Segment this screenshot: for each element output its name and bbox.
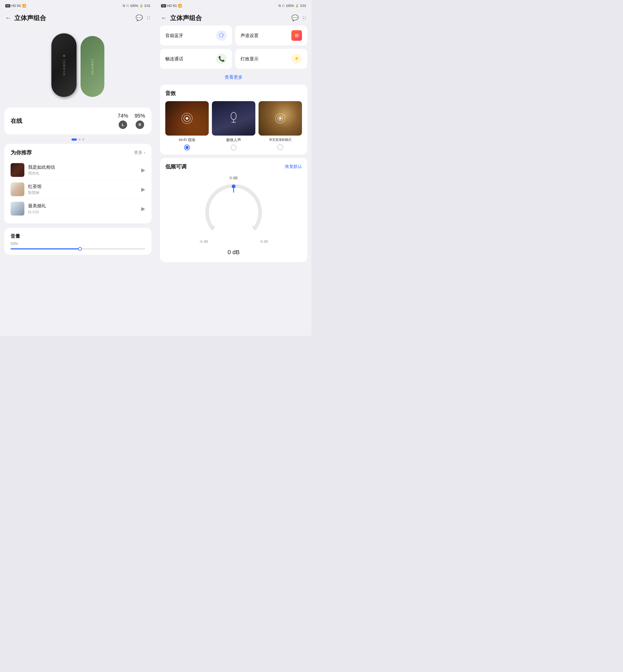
sound-effects-section: 音效 Hi-Fi 现场: [160, 85, 307, 155]
bass-value: 0 dB: [228, 249, 239, 256]
sound-title: 音效: [165, 90, 302, 97]
quick-light[interactable]: 灯效显示 ☀: [235, 49, 307, 69]
channel-icon-btn: ⊞: [291, 30, 302, 41]
song-thumb-3: [10, 202, 24, 216]
hd-badge: HD: [5, 4, 10, 7]
song-thumb-1: [10, 163, 24, 177]
vocal-name: 极致人声: [226, 138, 241, 143]
svg-point-3: [231, 112, 236, 120]
more-icon-left[interactable]: ∷: [147, 15, 150, 21]
status-left-right: HD HD 5G 📶: [161, 4, 182, 8]
bass-dial[interactable]: [205, 183, 263, 242]
bluetooth-symbol: ⚆: [219, 32, 224, 39]
speaker-image-area: HUAWEI HUAWEI: [0, 25, 156, 108]
call-icon-btn: 📞: [216, 54, 227, 64]
bass-db-top: 0 dB: [230, 176, 238, 180]
song-item-1[interactable]: 我是如此相信 周杰伦 ▶: [10, 160, 145, 180]
nfc-icon: N: [123, 4, 125, 8]
status-right: N ⚇ 100% 🔋 3:01: [123, 4, 150, 8]
song-artist-3: 白小白: [28, 210, 141, 214]
song-info-3: 最美婚礼 白小白: [28, 203, 141, 214]
right-badge: R: [136, 120, 144, 129]
status-right-r: N ⚇ 100% 🔋 3:01: [278, 4, 306, 8]
play-btn-2[interactable]: ▶: [141, 186, 145, 192]
devialet-icon: D: [259, 101, 302, 135]
page-dots: [0, 139, 156, 141]
song-artist-2: 陈慧娴: [28, 190, 141, 195]
dot-2[interactable]: [79, 139, 81, 141]
song-thumb-2: [10, 182, 24, 196]
vocal-radio[interactable]: [231, 145, 237, 150]
bass-section: 低频可调 恢复默认 0 dB: [160, 158, 307, 262]
recommendations-header: 为你推荐 更多 ›: [10, 149, 145, 156]
song-name-1: 我是如此相信: [28, 164, 141, 170]
play-btn-3[interactable]: ▶: [141, 206, 145, 212]
bass-title: 低频可调: [165, 163, 186, 170]
back-button-left[interactable]: ←: [5, 14, 11, 22]
effect-devialet[interactable]: D 帝瓦雷亲听模式: [259, 101, 302, 150]
time-display: 3:01: [144, 4, 150, 8]
effect-vocal[interactable]: 极致人声: [212, 101, 255, 150]
call-label: 畅连通话: [165, 56, 183, 62]
bass-reset-btn[interactable]: 恢复默认: [285, 164, 302, 170]
play-btn-1[interactable]: ▶: [141, 167, 145, 173]
speaker-green: HUAWEI: [81, 36, 105, 97]
left-panel: HD HD 5G 📶 N ⚇ 100% 🔋 3:01 ← 立体声组合 💬 ∷ H…: [0, 0, 156, 336]
hifi-icon: [165, 101, 209, 135]
see-more-btn[interactable]: 更多 ›: [134, 150, 145, 155]
nav-icons-right: 💬 ∷: [291, 14, 306, 22]
chat-icon-left[interactable]: 💬: [136, 14, 143, 22]
back-button-right[interactable]: ←: [161, 14, 167, 22]
hifi-radio[interactable]: [184, 145, 190, 150]
see-more-link[interactable]: 查看更多: [156, 72, 312, 85]
vocal-icon: [212, 101, 255, 135]
recommendations-title: 为你推荐: [10, 149, 32, 156]
quick-settings-grid: 音箱蓝牙 ⚆ 声道设置 ⊞ 畅连通话 📞 灯效显示 ☀: [160, 25, 307, 69]
song-name-2: 红茶馆: [28, 183, 141, 190]
volume-slider[interactable]: [10, 248, 145, 249]
left-badge: L: [119, 120, 127, 129]
bass-dial-container: 0 dB -6 dB 6 dB: [165, 176, 302, 256]
light-label: 灯效显示: [240, 56, 259, 62]
sound-effects-row: Hi-Fi 现场 极致人声: [165, 101, 302, 150]
top-nav-right: ← 立体声组合 💬 ∷: [156, 12, 312, 25]
battery-info: 74% L 95% R: [118, 113, 145, 129]
speaker-green-label: HUAWEI: [91, 58, 94, 75]
devialet-thumb: D: [259, 101, 302, 135]
recommendations-card: 为你推荐 更多 › 我是如此相信 周杰伦 ▶ 红茶馆 陈慧娴 ▶ 最美婚礼 白小…: [4, 144, 151, 223]
song-artist-1: 周杰伦: [28, 171, 141, 176]
speaker-visual: HUAWEI HUAWEI: [49, 31, 107, 99]
quick-bluetooth[interactable]: 音箱蓝牙 ⚆: [160, 25, 232, 45]
top-nav-left: ← 立体声组合 💬 ∷: [0, 12, 156, 25]
song-item-3[interactable]: 最美婚礼 白小白 ▶: [10, 199, 145, 218]
hifi-name: Hi-Fi 现场: [179, 138, 195, 143]
status-left: HD HD 5G 📶: [5, 4, 26, 8]
dot-3[interactable]: [82, 139, 84, 141]
bluetooth-icon: ⚇: [126, 4, 129, 8]
bluetooth-icon-r: ⚇: [282, 4, 285, 8]
speaker-black: HUAWEI: [51, 33, 77, 97]
nfc-icon-r: N: [278, 4, 281, 8]
effect-hifi[interactable]: Hi-Fi 现场: [165, 101, 209, 150]
speaker-dot: [63, 55, 65, 57]
speaker-black-label: HUAWEI: [62, 59, 66, 75]
dot-1[interactable]: [71, 139, 77, 141]
quick-channel[interactable]: 声道设置 ⊞: [235, 25, 307, 45]
volume-title: 音量: [10, 233, 145, 239]
song-info-1: 我是如此相信 周杰伦: [28, 164, 141, 176]
chat-icon-right[interactable]: 💬: [291, 14, 299, 22]
bass-header: 低频可调 恢复默认: [165, 163, 302, 170]
volume-card: 音量 53%: [4, 228, 151, 255]
status-card: 在线 74% L 95% R: [4, 108, 151, 134]
more-icon-right[interactable]: ∷: [303, 15, 306, 21]
svg-text:D: D: [279, 118, 280, 120]
hd-badge-r: HD: [161, 4, 166, 7]
devialet-radio[interactable]: [277, 144, 283, 150]
signal-text: HD 5G: [11, 4, 21, 8]
bluetooth-icon-btn: ⚆: [216, 30, 227, 41]
right-panel: HD HD 5G 📶 N ⚇ 100% 🔋 3:01 ← 立体声组合 💬 ∷ 音…: [156, 0, 312, 336]
quick-call[interactable]: 畅连通话 📞: [160, 49, 232, 69]
signal-text-r: HD 5G: [167, 4, 177, 8]
volume-thumb[interactable]: [78, 247, 82, 251]
song-item-2[interactable]: 红茶馆 陈慧娴 ▶: [10, 180, 145, 199]
